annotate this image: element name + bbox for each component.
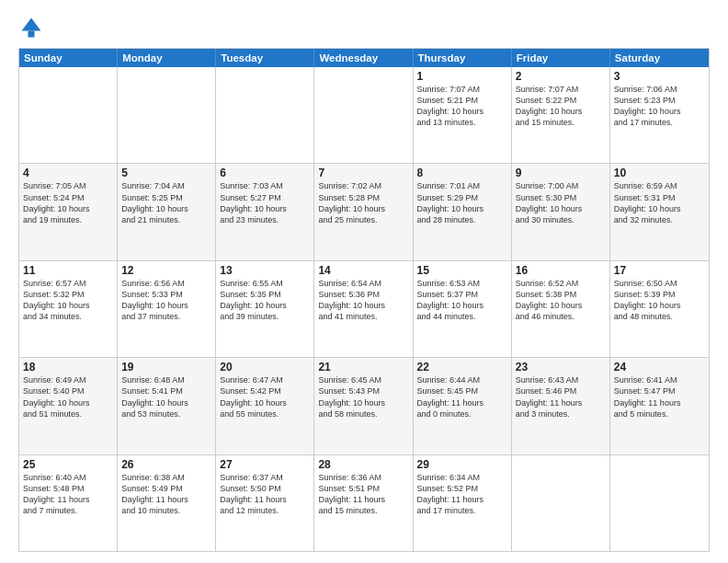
empty-cell-0-0: [19, 67, 118, 163]
day-cell-13: 13Sunrise: 6:55 AM Sunset: 5:35 PM Dayli…: [216, 261, 314, 357]
day-number: 2: [516, 70, 606, 83]
day-cell-27: 27Sunrise: 6:37 AM Sunset: 5:50 PM Dayli…: [216, 455, 314, 551]
day-number: 8: [417, 167, 507, 179]
day-number: 1: [417, 70, 507, 83]
day-info: Sunrise: 7:04 AM Sunset: 5:25 PM Dayligh…: [121, 180, 211, 225]
day-cell-6: 6Sunrise: 7:03 AM Sunset: 5:27 PM Daylig…: [216, 164, 314, 259]
day-info: Sunrise: 6:53 AM Sunset: 5:37 PM Dayligh…: [417, 278, 507, 323]
day-info: Sunrise: 6:49 AM Sunset: 5:40 PM Dayligh…: [23, 374, 113, 419]
header: [18, 15, 710, 40]
day-cell-3: 3Sunrise: 7:06 AM Sunset: 5:23 PM Daylig…: [610, 67, 709, 163]
day-cell-21: 21Sunrise: 6:45 AM Sunset: 5:43 PM Dayli…: [314, 358, 413, 454]
day-number: 21: [318, 361, 408, 373]
day-number: 9: [516, 167, 606, 179]
day-cell-1: 1Sunrise: 7:07 AM Sunset: 5:21 PM Daylig…: [414, 67, 512, 163]
day-info: Sunrise: 7:01 AM Sunset: 5:29 PM Dayligh…: [417, 180, 507, 225]
day-number: 18: [23, 361, 113, 373]
day-cell-28: 28Sunrise: 6:36 AM Sunset: 5:51 PM Dayli…: [314, 455, 413, 551]
header-day-thursday: Thursday: [414, 49, 512, 67]
day-info: Sunrise: 6:44 AM Sunset: 5:45 PM Dayligh…: [417, 374, 507, 419]
day-number: 23: [516, 361, 606, 373]
day-info: Sunrise: 6:54 AM Sunset: 5:36 PM Dayligh…: [318, 278, 408, 323]
day-cell-19: 19Sunrise: 6:48 AM Sunset: 5:41 PM Dayli…: [118, 358, 216, 454]
logo-icon: [18, 15, 44, 40]
day-cell-17: 17Sunrise: 6:50 AM Sunset: 5:39 PM Dayli…: [610, 261, 709, 357]
day-cell-9: 9Sunrise: 7:00 AM Sunset: 5:30 PM Daylig…: [512, 164, 610, 259]
day-info: Sunrise: 7:07 AM Sunset: 5:21 PM Dayligh…: [417, 84, 507, 129]
day-cell-4: 4Sunrise: 7:05 AM Sunset: 5:24 PM Daylig…: [19, 164, 118, 259]
day-cell-26: 26Sunrise: 6:38 AM Sunset: 5:49 PM Dayli…: [118, 455, 216, 551]
day-number: 14: [318, 264, 408, 277]
day-number: 12: [121, 264, 211, 277]
day-info: Sunrise: 6:41 AM Sunset: 5:47 PM Dayligh…: [614, 374, 705, 419]
day-info: Sunrise: 7:07 AM Sunset: 5:22 PM Dayligh…: [516, 84, 606, 129]
empty-cell-4-6: [610, 455, 709, 551]
day-info: Sunrise: 6:55 AM Sunset: 5:35 PM Dayligh…: [220, 278, 310, 323]
day-info: Sunrise: 6:52 AM Sunset: 5:38 PM Dayligh…: [516, 278, 606, 323]
day-cell-10: 10Sunrise: 6:59 AM Sunset: 5:31 PM Dayli…: [610, 164, 709, 259]
header-day-tuesday: Tuesday: [216, 49, 314, 67]
day-number: 7: [318, 167, 408, 179]
empty-cell-0-1: [118, 67, 216, 163]
day-cell-29: 29Sunrise: 6:34 AM Sunset: 5:52 PM Dayli…: [414, 455, 512, 551]
header-day-wednesday: Wednesday: [314, 49, 413, 67]
day-info: Sunrise: 6:37 AM Sunset: 5:50 PM Dayligh…: [220, 472, 310, 517]
day-info: Sunrise: 6:56 AM Sunset: 5:33 PM Dayligh…: [121, 278, 211, 323]
day-number: 28: [318, 458, 408, 471]
day-cell-11: 11Sunrise: 6:57 AM Sunset: 5:32 PM Dayli…: [19, 261, 118, 357]
day-number: 24: [614, 361, 705, 373]
day-number: 6: [220, 167, 310, 179]
day-number: 15: [417, 264, 507, 277]
day-info: Sunrise: 6:40 AM Sunset: 5:48 PM Dayligh…: [23, 472, 113, 517]
day-info: Sunrise: 6:38 AM Sunset: 5:49 PM Dayligh…: [121, 472, 211, 517]
day-number: 25: [23, 458, 113, 471]
day-cell-8: 8Sunrise: 7:01 AM Sunset: 5:29 PM Daylig…: [414, 164, 512, 259]
page: SundayMondayTuesdayWednesdayThursdayFrid…: [0, 0, 728, 563]
calendar-row-4: 25Sunrise: 6:40 AM Sunset: 5:48 PM Dayli…: [19, 454, 709, 551]
day-cell-5: 5Sunrise: 7:04 AM Sunset: 5:25 PM Daylig…: [118, 164, 216, 259]
day-number: 3: [614, 70, 705, 83]
day-cell-23: 23Sunrise: 6:43 AM Sunset: 5:46 PM Dayli…: [512, 358, 610, 454]
day-number: 22: [417, 361, 507, 373]
header-day-saturday: Saturday: [610, 49, 709, 67]
day-number: 29: [417, 458, 507, 471]
day-cell-18: 18Sunrise: 6:49 AM Sunset: 5:40 PM Dayli…: [19, 358, 118, 454]
day-cell-15: 15Sunrise: 6:53 AM Sunset: 5:37 PM Dayli…: [414, 261, 512, 357]
day-info: Sunrise: 6:43 AM Sunset: 5:46 PM Dayligh…: [516, 374, 606, 419]
header-day-monday: Monday: [118, 49, 216, 67]
calendar-row-1: 4Sunrise: 7:05 AM Sunset: 5:24 PM Daylig…: [19, 163, 709, 259]
day-number: 13: [220, 264, 310, 277]
day-info: Sunrise: 6:57 AM Sunset: 5:32 PM Dayligh…: [23, 278, 113, 323]
calendar-header: SundayMondayTuesdayWednesdayThursdayFrid…: [19, 49, 709, 67]
day-number: 19: [121, 361, 211, 373]
day-number: 26: [121, 458, 211, 471]
day-cell-12: 12Sunrise: 6:56 AM Sunset: 5:33 PM Dayli…: [118, 261, 216, 357]
day-info: Sunrise: 6:45 AM Sunset: 5:43 PM Dayligh…: [318, 374, 408, 419]
day-info: Sunrise: 7:05 AM Sunset: 5:24 PM Dayligh…: [23, 180, 113, 225]
empty-cell-4-5: [512, 455, 610, 551]
day-number: 16: [516, 264, 606, 277]
calendar: SundayMondayTuesdayWednesdayThursdayFrid…: [18, 48, 710, 552]
calendar-row-3: 18Sunrise: 6:49 AM Sunset: 5:40 PM Dayli…: [19, 357, 709, 454]
day-cell-14: 14Sunrise: 6:54 AM Sunset: 5:36 PM Dayli…: [314, 261, 413, 357]
day-number: 4: [23, 167, 113, 179]
day-cell-2: 2Sunrise: 7:07 AM Sunset: 5:22 PM Daylig…: [512, 67, 610, 163]
empty-cell-0-3: [314, 67, 413, 163]
day-info: Sunrise: 7:02 AM Sunset: 5:28 PM Dayligh…: [318, 180, 408, 225]
day-number: 10: [614, 167, 705, 179]
day-info: Sunrise: 6:50 AM Sunset: 5:39 PM Dayligh…: [614, 278, 705, 323]
day-info: Sunrise: 6:34 AM Sunset: 5:52 PM Dayligh…: [417, 472, 507, 517]
day-info: Sunrise: 7:03 AM Sunset: 5:27 PM Dayligh…: [220, 180, 310, 225]
header-day-sunday: Sunday: [19, 49, 118, 67]
svg-rect-1: [28, 31, 35, 38]
calendar-row-2: 11Sunrise: 6:57 AM Sunset: 5:32 PM Dayli…: [19, 260, 709, 357]
day-number: 11: [23, 264, 113, 277]
day-info: Sunrise: 7:06 AM Sunset: 5:23 PM Dayligh…: [614, 84, 705, 129]
day-cell-24: 24Sunrise: 6:41 AM Sunset: 5:47 PM Dayli…: [610, 358, 709, 454]
day-cell-7: 7Sunrise: 7:02 AM Sunset: 5:28 PM Daylig…: [314, 164, 413, 259]
day-number: 5: [121, 167, 211, 179]
day-info: Sunrise: 6:59 AM Sunset: 5:31 PM Dayligh…: [614, 180, 705, 225]
day-cell-16: 16Sunrise: 6:52 AM Sunset: 5:38 PM Dayli…: [512, 261, 610, 357]
day-number: 27: [220, 458, 310, 471]
day-cell-25: 25Sunrise: 6:40 AM Sunset: 5:48 PM Dayli…: [19, 455, 118, 551]
